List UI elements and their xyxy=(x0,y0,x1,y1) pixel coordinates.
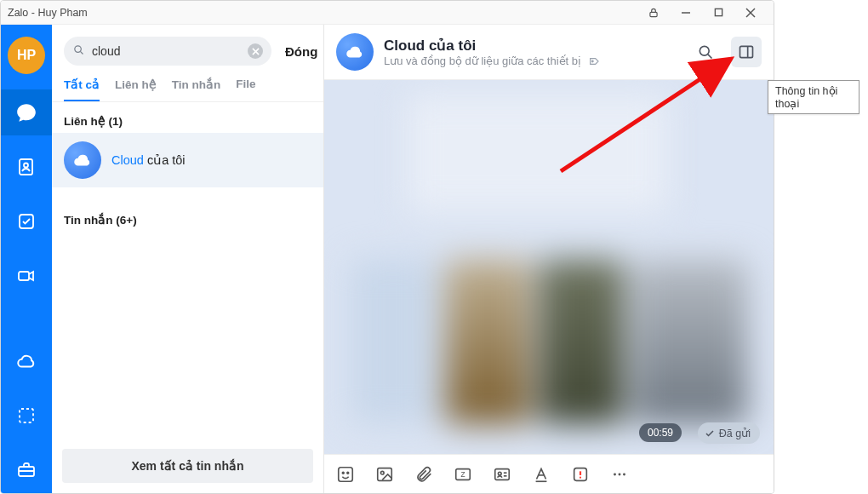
chat-title: Cloud của tôi xyxy=(384,37,680,55)
svg-point-42 xyxy=(623,473,625,475)
sticker-button[interactable] xyxy=(334,463,357,485)
maximize-button[interactable] xyxy=(702,1,734,25)
svg-rect-22 xyxy=(740,46,753,57)
image-button[interactable] xyxy=(374,463,396,485)
chat-header: Cloud của tôi Lưu và đồng bộ dữ liệu giữ… xyxy=(324,25,774,80)
chat-input-toolbar: Z xyxy=(324,454,774,493)
lock-icon[interactable] xyxy=(637,1,670,25)
namecard-button[interactable] xyxy=(491,463,513,485)
svg-point-40 xyxy=(614,473,616,475)
nav-rail: HP xyxy=(1,25,52,493)
more-button[interactable] xyxy=(608,463,631,485)
svg-rect-24 xyxy=(339,467,353,481)
svg-point-26 xyxy=(347,472,349,474)
rail-chat-button[interactable] xyxy=(1,89,52,135)
svg-point-32 xyxy=(498,472,501,475)
screenshot-button[interactable]: Z xyxy=(452,463,474,485)
contact-name: Cloud của tôi xyxy=(111,153,186,167)
cancel-search-button[interactable]: Đóng xyxy=(280,44,323,59)
search-panel: Đóng Tất cả Liên hệ Tin nhắn File Liên h… xyxy=(52,25,324,493)
priority-button[interactable] xyxy=(569,463,591,485)
see-all-messages-button[interactable]: Xem tất cả tin nhắn xyxy=(62,449,313,483)
svg-point-6 xyxy=(24,164,28,168)
chat-body[interactable]: 00:59 Đã gửi xyxy=(324,80,774,454)
search-icon xyxy=(72,43,85,60)
format-button[interactable] xyxy=(530,463,552,485)
app-body: HP xyxy=(1,25,774,493)
message-status: Đã gửi xyxy=(698,422,760,444)
rail-cloud-button[interactable] xyxy=(1,338,52,384)
tag-icon[interactable] xyxy=(588,55,602,68)
contact-item-my-cloud[interactable]: Cloud của tôi xyxy=(52,133,323,187)
chat-subtitle: Lưu và đồng bộ dữ liệu giữa các thiết bị xyxy=(384,55,680,68)
search-input[interactable] xyxy=(92,44,241,58)
svg-point-28 xyxy=(380,471,384,474)
minimize-button[interactable] xyxy=(670,1,702,25)
rail-capture-button[interactable] xyxy=(1,393,52,439)
avatar[interactable]: HP xyxy=(8,37,45,74)
svg-text:Z: Z xyxy=(460,470,465,478)
rail-contacts-button[interactable] xyxy=(1,144,52,190)
chat-search-button[interactable] xyxy=(690,37,721,67)
cloud-icon xyxy=(336,33,374,71)
rail-todo-button[interactable] xyxy=(1,198,52,244)
app-window: Zalo - Huy Pham HP xyxy=(0,0,774,494)
blurred-preview xyxy=(324,80,774,454)
svg-rect-12 xyxy=(20,409,33,422)
rail-video-button[interactable] xyxy=(1,253,52,299)
toggle-info-panel-button[interactable] xyxy=(731,37,762,67)
svg-point-15 xyxy=(75,45,82,52)
tab-contacts[interactable]: Liên hệ xyxy=(115,78,157,101)
svg-rect-0 xyxy=(650,12,657,16)
svg-rect-27 xyxy=(378,468,392,480)
search-tabs: Tất cả Liên hệ Tin nhắn File xyxy=(52,71,323,102)
messages-section-header: Tin nhắn (6+) xyxy=(52,201,323,232)
rail-toolbox-button[interactable] xyxy=(1,447,52,493)
svg-point-41 xyxy=(619,473,621,475)
tooltip-info-panel: Thông tin hội thoại xyxy=(768,80,859,114)
titlebar: Zalo - Huy Pham xyxy=(1,1,774,25)
chat-pane: Cloud của tôi Lưu và đồng bộ dữ liệu giữ… xyxy=(324,25,774,493)
contacts-section-header: Liên hệ (1) xyxy=(52,102,323,133)
tab-messages[interactable]: Tin nhắn xyxy=(172,78,221,101)
search-row: Đóng xyxy=(52,25,323,71)
close-button[interactable] xyxy=(734,1,767,25)
svg-rect-31 xyxy=(495,468,510,480)
tab-file[interactable]: File xyxy=(236,78,255,101)
search-highlight: Cloud xyxy=(111,153,144,167)
svg-point-19 xyxy=(592,60,594,62)
svg-point-39 xyxy=(580,476,581,478)
svg-rect-11 xyxy=(19,272,29,280)
svg-line-21 xyxy=(708,55,712,59)
window-title: Zalo - Huy Pham xyxy=(8,7,637,19)
svg-point-25 xyxy=(342,472,344,474)
clear-search-icon[interactable] xyxy=(248,43,263,59)
svg-point-20 xyxy=(700,46,709,55)
tab-all[interactable]: Tất cả xyxy=(64,78,100,101)
message-time: 00:59 xyxy=(639,423,682,442)
svg-line-16 xyxy=(80,51,83,54)
cloud-icon xyxy=(64,141,101,179)
attach-button[interactable] xyxy=(413,463,435,485)
search-box[interactable] xyxy=(64,37,271,66)
svg-rect-2 xyxy=(715,9,722,15)
